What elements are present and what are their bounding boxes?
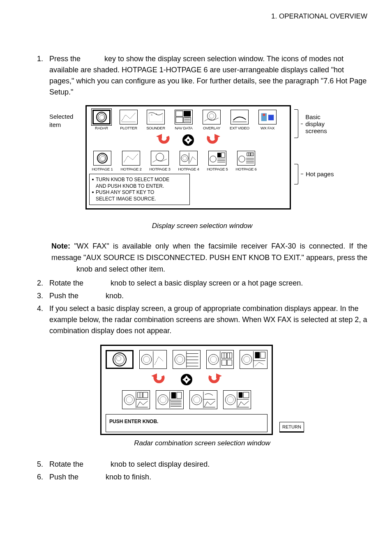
combo-radar-tri-icon[interactable] xyxy=(122,390,150,409)
mode-sounder-icon[interactable]: ^^ xyxy=(147,110,165,124)
display-selection-panel: RADAR PLOTTER ^^SOUNDER NAV DATA OVERLAY… xyxy=(85,105,291,210)
page-header: 1. OPERATIONAL OVERVIEW xyxy=(37,12,367,21)
mode-overlay-icon[interactable] xyxy=(203,110,221,124)
hotpage-1-icon[interactable] xyxy=(93,151,111,166)
text: Rotate the xyxy=(49,279,85,287)
svg-rect-57 xyxy=(222,360,226,365)
svg-point-97 xyxy=(225,395,235,405)
text: PUSH ANY SOFT KEY TO xyxy=(96,189,154,195)
hotpage-4-icon[interactable] xyxy=(180,151,198,166)
step-number: 1. xyxy=(37,53,49,98)
mode-plotter-icon[interactable] xyxy=(120,110,138,124)
hotpage-2-icon[interactable] xyxy=(122,151,140,166)
svg-point-26 xyxy=(210,156,216,162)
note-label: Note: xyxy=(51,242,70,250)
svg-point-14 xyxy=(263,113,265,116)
combo-radar-plotter-icon[interactable] xyxy=(139,350,167,369)
combo-radar-navdata-icon[interactable] xyxy=(240,350,267,369)
step-2: 2. Rotate the knob to select a basic dis… xyxy=(37,278,367,289)
label: HOTPAGE 3 xyxy=(150,167,171,171)
text: If you select a basic display screen, a … xyxy=(49,303,367,336)
label: RADAR xyxy=(95,126,108,130)
label: HOTPAGE 2 xyxy=(121,167,142,171)
hotpage-3-icon[interactable] xyxy=(151,151,169,166)
step-number: 5. xyxy=(37,459,49,470)
svg-point-93 xyxy=(194,396,200,403)
rotate-ccw-icon xyxy=(151,373,166,386)
push-knob-icon xyxy=(179,373,194,386)
label: WX FAX xyxy=(261,126,274,130)
label: PLOTTER xyxy=(120,126,137,130)
svg-rect-64 xyxy=(255,352,260,358)
rotate-cw-icon xyxy=(205,134,221,147)
note-paragraph: Note: "WX FAX" is available only when th… xyxy=(51,241,367,275)
svg-point-24 xyxy=(183,156,187,160)
mode-radar-icon[interactable] xyxy=(92,110,111,124)
text: SELECT IMAGE SOURCE. xyxy=(96,196,156,202)
svg-rect-27 xyxy=(217,153,221,157)
label: OVERLAY xyxy=(203,126,220,130)
hotpage-6-icon[interactable] xyxy=(237,151,255,166)
svg-text:^: ^ xyxy=(156,113,157,116)
combo-radar-full-icon[interactable] xyxy=(106,350,134,369)
step-4: 4. If you select a basic display screen,… xyxy=(37,303,367,336)
mode-extvideo-icon[interactable] xyxy=(231,110,249,124)
label: HOTPAGE 6 xyxy=(236,167,257,171)
svg-point-98 xyxy=(227,396,233,403)
text: Push the xyxy=(49,473,81,481)
svg-point-53 xyxy=(210,356,217,362)
text: Push the xyxy=(49,292,81,300)
text: knob to select a basic display screen or… xyxy=(108,279,303,287)
radar-combination-panel: PUSH ENTER KNOB. xyxy=(100,345,273,435)
display-selection-figure: Selected item RADAR PLOTTER ^^SOUNDER NA… xyxy=(49,105,367,210)
text: knob to select display desired. xyxy=(108,460,210,468)
hot-pages-label: Hot pages xyxy=(306,170,334,177)
figure1-caption: Display screen selection window xyxy=(37,222,367,230)
basic-screens-label: Basic display screens xyxy=(305,113,339,134)
svg-point-82 xyxy=(158,395,168,405)
label: SOUNDER xyxy=(146,126,165,130)
svg-point-62 xyxy=(244,356,250,362)
hotpage-5-icon[interactable] xyxy=(208,151,226,166)
push-enter-instruction: PUSH ENTER KNOB. xyxy=(106,414,267,432)
svg-rect-100 xyxy=(239,392,243,398)
step-1: 1. Press the key to show the display scr… xyxy=(37,53,367,98)
text: Selected xyxy=(49,113,73,120)
svg-point-61 xyxy=(242,355,252,365)
label: EXT VIDEO xyxy=(230,126,249,130)
svg-point-52 xyxy=(208,355,219,365)
svg-point-75 xyxy=(126,396,132,403)
combo-radar-mix-icon[interactable] xyxy=(223,390,251,409)
mode-wxfax-icon[interactable] xyxy=(258,110,277,124)
text: knob and select other item. xyxy=(74,265,165,273)
step-5: 5. Rotate the knob to select display des… xyxy=(37,459,367,470)
combo-radar-nav-line-icon[interactable] xyxy=(156,390,184,409)
text: AND PUSH KNOB TO ENTER. xyxy=(96,183,164,189)
svg-point-42 xyxy=(143,356,150,362)
combo-radar-grid-icon[interactable] xyxy=(206,350,234,369)
return-button[interactable]: RETURN xyxy=(279,422,304,433)
mode-navdata-icon[interactable] xyxy=(175,110,193,124)
step-number: 2. xyxy=(37,278,49,289)
text: Press the xyxy=(49,55,83,63)
combo-radar-sounder-icon[interactable] xyxy=(189,390,217,409)
svg-rect-101 xyxy=(243,392,249,398)
label: HOTPAGE 4 xyxy=(178,167,199,171)
text: "WX FAX" is available only when the facs… xyxy=(51,242,367,262)
radar-combination-figure: PUSH ENTER KNOB. RETURN xyxy=(37,345,367,435)
step-number: 4. xyxy=(37,303,49,336)
text: Rotate the xyxy=(49,460,85,468)
svg-point-10 xyxy=(209,113,214,118)
svg-point-23 xyxy=(181,154,188,161)
selected-item-label: Selected item xyxy=(49,105,82,210)
svg-point-41 xyxy=(141,355,152,365)
svg-rect-58 xyxy=(227,360,232,365)
svg-rect-13 xyxy=(268,115,274,120)
svg-point-45 xyxy=(177,356,183,362)
svg-rect-2 xyxy=(176,111,183,116)
instruction-box: TURN KNOB TO SELECT MODEAND PUSH KNOB TO… xyxy=(89,174,190,205)
combo-radar-data-icon[interactable] xyxy=(173,350,201,369)
text: key to show the display screen selection… xyxy=(49,55,367,96)
label: HOTPAGE 5 xyxy=(207,167,228,171)
svg-rect-78 xyxy=(143,392,148,398)
